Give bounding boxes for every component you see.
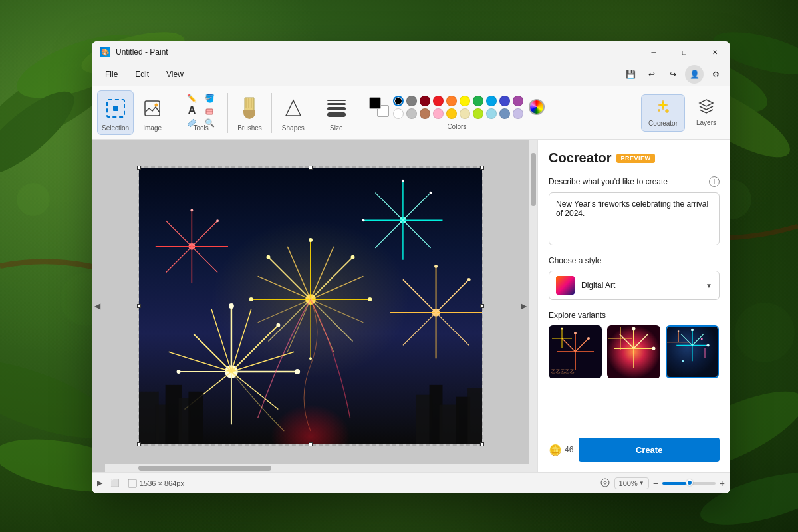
color-brown[interactable] xyxy=(420,108,430,119)
scroll-right[interactable]: ▶ xyxy=(521,301,527,311)
size-tool[interactable]: Size xyxy=(321,91,352,134)
zoom-in-button[interactable]: + xyxy=(720,478,725,489)
shapes-tool[interactable]: Shapes xyxy=(277,91,309,134)
maximize-button[interactable]: □ xyxy=(669,41,700,63)
prompt-textarea[interactable] xyxy=(549,192,720,245)
size-label: Size xyxy=(330,124,342,132)
color-white[interactable] xyxy=(393,108,404,119)
color-orange[interactable] xyxy=(446,96,457,106)
zoom-dropdown[interactable]: 100% ▼ xyxy=(614,477,649,489)
layers-button[interactable]: Layers xyxy=(688,94,725,132)
svg-rect-98 xyxy=(188,392,203,444)
color-darkred[interactable] xyxy=(420,96,430,106)
color-green[interactable] xyxy=(473,96,483,106)
svg-point-149 xyxy=(706,345,707,346)
credits-area: 🪙 46 xyxy=(549,444,573,456)
color-gold[interactable] xyxy=(446,108,457,119)
color-red[interactable] xyxy=(433,96,444,106)
svg-line-61 xyxy=(166,247,192,273)
zoom-out-button[interactable]: − xyxy=(653,478,658,489)
undo-button[interactable]: ↩ xyxy=(642,65,661,84)
minimize-button[interactable]: ─ xyxy=(638,41,669,63)
selection-tool-status[interactable]: ⬜ xyxy=(110,479,120,487)
svg-point-140 xyxy=(707,344,710,347)
zoom-thumb[interactable] xyxy=(686,479,693,486)
zoom-slider[interactable] xyxy=(662,482,716,485)
color-black[interactable] xyxy=(393,96,404,106)
color-cream[interactable] xyxy=(460,108,470,119)
menu-bar: File Edit View 💾 ↩ ↪ 👤 ⚙ xyxy=(92,63,730,86)
fireworks-background xyxy=(139,168,482,444)
color-lime[interactable] xyxy=(473,108,483,119)
settings-button[interactable]: ⚙ xyxy=(706,65,725,84)
color-indigo[interactable] xyxy=(499,96,510,106)
app-icon: 🎨 xyxy=(100,47,110,57)
color-lightblue[interactable] xyxy=(486,108,497,119)
profile-button[interactable]: 👤 xyxy=(685,65,704,84)
color-purple[interactable] xyxy=(513,96,523,106)
menu-file[interactable]: File xyxy=(97,67,126,82)
zoom-level: 100% xyxy=(619,479,638,487)
svg-point-150 xyxy=(682,360,684,362)
divider-2 xyxy=(227,93,228,133)
tools-group[interactable]: ✏️ 🪣 A 🔍 Tools xyxy=(180,91,222,134)
window-controls: ─ □ ✕ xyxy=(638,41,730,63)
variant-3[interactable] xyxy=(666,325,719,378)
svg-point-91 xyxy=(467,278,471,281)
variant-2[interactable] xyxy=(607,325,660,378)
handle-mr[interactable] xyxy=(480,304,484,308)
color-gray[interactable] xyxy=(406,96,417,106)
menu-view[interactable]: View xyxy=(158,67,192,82)
canvas-size-status: 1536 × 864px xyxy=(128,479,184,488)
shapes-label: Shapes xyxy=(282,124,305,132)
info-icon[interactable]: i xyxy=(709,176,720,187)
color-pink[interactable] xyxy=(433,108,444,119)
image-tool[interactable]: Image xyxy=(136,91,168,134)
color-steelblue[interactable] xyxy=(499,108,510,119)
handle-bl[interactable] xyxy=(137,442,141,446)
handle-ml[interactable] xyxy=(137,304,141,308)
color-lavender[interactable] xyxy=(513,108,523,119)
save-button[interactable]: 💾 xyxy=(621,65,640,84)
layers-label: Layers xyxy=(696,119,716,126)
brushes-label: Brushes xyxy=(237,124,262,132)
svg-point-79 xyxy=(177,370,181,374)
focus-icon[interactable] xyxy=(600,477,610,489)
style-dropdown[interactable]: Digital Art ▼ xyxy=(549,271,720,300)
scrollbar-thumb-h[interactable] xyxy=(138,466,271,471)
selection-tool[interactable]: Selection xyxy=(97,90,134,135)
menu-edit[interactable]: Edit xyxy=(127,67,157,82)
canvas-image xyxy=(138,166,483,446)
close-button[interactable]: ✕ xyxy=(700,41,730,63)
color-yellow[interactable] xyxy=(460,96,470,106)
handle-tl[interactable] xyxy=(137,166,141,170)
cursor-tool[interactable]: ▶ xyxy=(97,479,102,487)
handle-br[interactable] xyxy=(480,442,484,446)
svg-line-48 xyxy=(403,220,431,248)
handle-bc[interactable] xyxy=(309,442,313,446)
color-wheel[interactable] xyxy=(529,99,545,115)
svg-point-152 xyxy=(601,479,609,487)
scrollbar-thumb-v[interactable] xyxy=(531,153,536,206)
color-blue[interactable] xyxy=(486,96,497,106)
brushes-tool[interactable]: Brushes xyxy=(233,91,266,134)
cocreator-button[interactable]: Cocreator xyxy=(641,94,685,132)
scrollbar-horizontal[interactable] xyxy=(105,464,529,472)
colors-label: Colors xyxy=(369,123,545,130)
svg-point-62 xyxy=(190,209,193,211)
scrollbar-vertical[interactable] xyxy=(529,140,537,472)
handle-tc[interactable] xyxy=(309,166,313,170)
tools-icon-area: ✏️ 🪣 A 🔍 xyxy=(184,94,218,123)
color-lightgray[interactable] xyxy=(406,108,417,119)
create-button[interactable]: Create xyxy=(579,438,720,462)
svg-point-51 xyxy=(430,192,432,194)
canvas-area[interactable]: ◀ xyxy=(92,140,537,472)
scroll-left[interactable]: ◀ xyxy=(94,301,100,311)
variant-1[interactable]: 乙乙乙乙乙 xyxy=(549,325,602,378)
image-icon-area xyxy=(143,94,162,123)
tools-label: Tools xyxy=(193,124,208,132)
handle-tr[interactable] xyxy=(480,166,484,170)
image-label: Image xyxy=(143,124,162,132)
redo-button[interactable]: ↪ xyxy=(664,65,682,84)
cocreator-title: Cocreator xyxy=(549,150,611,166)
